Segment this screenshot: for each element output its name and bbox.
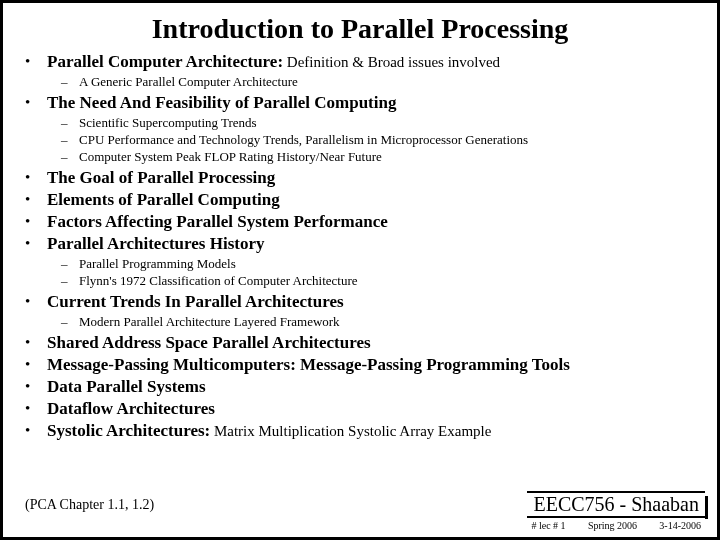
bullet-item: Factors Affecting Parallel System Perfor…: [21, 211, 699, 232]
sub-item: CPU Performance and Technology Trends, P…: [61, 131, 699, 148]
footer-date: 3-14-2006: [659, 520, 701, 531]
bullet-text: Systolic Architectures:: [47, 421, 210, 440]
bullet-item: Data Parallel Systems: [21, 376, 699, 397]
sub-item: Scientific Supercomputing Trends: [61, 114, 699, 131]
bullet-text: Factors Affecting Parallel System Perfor…: [47, 212, 388, 231]
sub-list: A Generic Parallel Computer Architecture: [61, 73, 699, 90]
bullet-item: Elements of Parallel Computing: [21, 189, 699, 210]
bullet-item: Systolic Architectures: Matrix Multiplic…: [21, 420, 699, 441]
bullet-suffix: Matrix Multiplication Systolic Array Exa…: [210, 423, 491, 439]
bullet-item: The Need And Feasibility of Parallel Com…: [21, 92, 699, 113]
footer-course: EECC756 - Shaaban: [527, 491, 705, 518]
bullet-item: Parallel Architectures History: [21, 233, 699, 254]
bullet-text: The Goal of Parallel Processing: [47, 168, 275, 187]
sub-item: A Generic Parallel Computer Architecture: [61, 73, 699, 90]
sub-item: Parallel Programming Models: [61, 255, 699, 272]
bullet-suffix: Definition & Broad issues involved: [283, 54, 500, 70]
sub-item: Flynn's 1972 Classification of Computer …: [61, 272, 699, 289]
sub-list: Modern Parallel Architecture Layered Fra…: [61, 313, 699, 330]
bullet-text: Data Parallel Systems: [47, 377, 206, 396]
footer-term: Spring 2006: [588, 520, 637, 531]
bullet-text: Shared Address Space Parallel Architectu…: [47, 333, 371, 352]
bullet-text: Parallel Architectures History: [47, 234, 264, 253]
bullet-text: Current Trends In Parallel Architectures: [47, 292, 344, 311]
bullet-text: The Need And Feasibility of Parallel Com…: [47, 93, 396, 112]
sub-item: Computer System Peak FLOP Rating History…: [61, 148, 699, 165]
bullet-text: Elements of Parallel Computing: [47, 190, 280, 209]
footer-lec: # lec # 1: [531, 520, 565, 531]
bullet-text: Parallel Computer Architecture:: [47, 52, 283, 71]
bullet-item: Message-Passing Multicomputers: Message-…: [21, 354, 699, 375]
bullet-text: Message-Passing Multicomputers: Message-…: [47, 355, 570, 374]
sub-list: Parallel Programming ModelsFlynn's 1972 …: [61, 255, 699, 289]
bullet-item: Shared Address Space Parallel Architectu…: [21, 332, 699, 353]
footer-box: EECC756 - Shaaban # lec # 1 Spring 2006 …: [527, 491, 705, 531]
footer-meta: # lec # 1 Spring 2006 3-14-2006: [527, 520, 705, 531]
sub-item: Modern Parallel Architecture Layered Fra…: [61, 313, 699, 330]
bullet-text: Dataflow Architectures: [47, 399, 215, 418]
footer-reference: (PCA Chapter 1.1, 1.2): [25, 497, 154, 513]
bullet-item: Current Trends In Parallel Architectures: [21, 291, 699, 312]
slide: Introduction to Parallel Processing Para…: [0, 0, 720, 540]
bullet-item: Parallel Computer Architecture: Definiti…: [21, 51, 699, 72]
bullet-item: The Goal of Parallel Processing: [21, 167, 699, 188]
sub-list: Scientific Supercomputing TrendsCPU Perf…: [61, 114, 699, 165]
slide-title: Introduction to Parallel Processing: [21, 13, 699, 45]
bullet-item: Dataflow Architectures: [21, 398, 699, 419]
bullet-list: Parallel Computer Architecture: Definiti…: [21, 51, 699, 441]
